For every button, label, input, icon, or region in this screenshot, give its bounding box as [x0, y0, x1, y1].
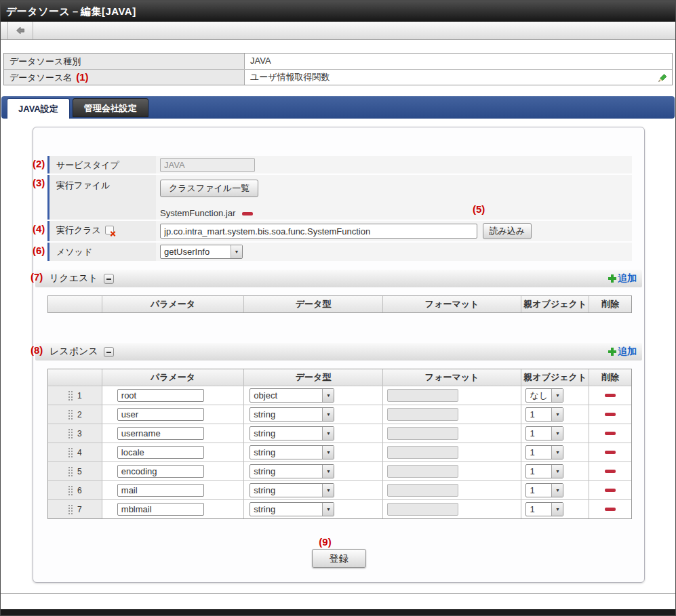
exec-class-input[interactable] [160, 224, 477, 239]
format-cell [383, 443, 522, 461]
table-row: 6 string▼ 1▼ [48, 480, 631, 499]
remove-file-minus-icon[interactable] [242, 212, 253, 215]
parent-select[interactable]: 1▼ [525, 426, 563, 440]
type-cell: string▼ [244, 424, 383, 443]
delete-minus-icon[interactable] [605, 489, 616, 492]
chevron-down-icon: ▼ [551, 427, 563, 440]
type-cell: object▼ [244, 386, 383, 405]
java-settings-panel: (2) サービスタイプ (3) 実行ファイル クラスファイル一覧 SystemF… [33, 127, 645, 583]
delete-minus-icon[interactable] [605, 413, 616, 416]
delete-minus-icon[interactable] [605, 432, 616, 435]
param-input[interactable] [117, 465, 204, 478]
request-table: パラメータ データ型 フォーマット 親オブジェクト 削除 [47, 295, 632, 313]
annotation-2: (2) [33, 158, 45, 169]
tab-java-settings[interactable]: JAVA設定 [7, 98, 70, 119]
datasource-name-value: ユーザ情報取得関数 [245, 70, 672, 85]
edit-pencil-icon[interactable] [656, 72, 668, 83]
response-add-link[interactable]: 追加 [608, 346, 637, 358]
attached-file-line: SystemFunction.jar [160, 208, 632, 222]
bottom-bar [1, 609, 675, 615]
type-select[interactable]: string▼ [250, 502, 334, 516]
response-table-body: 1 object▼ なし▼ 2 string▼ [48, 386, 631, 518]
param-input[interactable] [117, 484, 204, 497]
datasource-type-label: データソース種別 [4, 54, 245, 69]
datasource-info-table: データソース種別 JAVA データソース名(1) ユーザ情報取得関数 [3, 53, 673, 85]
format-cell [383, 462, 522, 480]
param-input[interactable] [117, 408, 204, 421]
page-title: データソース－編集[JAVA] [1, 1, 675, 22]
response-collapse-button[interactable] [104, 347, 114, 357]
load-button[interactable]: 読み込み [483, 223, 532, 239]
parent-select[interactable]: 1▼ [525, 502, 563, 516]
datasource-name-row: データソース名(1) ユーザ情報取得関数 [4, 69, 672, 85]
service-type-row: (2) サービスタイプ [47, 156, 632, 173]
parent-select[interactable]: 1▼ [525, 407, 563, 422]
delete-minus-icon[interactable] [605, 470, 616, 473]
type-select[interactable]: string▼ [250, 483, 334, 497]
exec-class-value-cell: 読み込み [156, 221, 632, 241]
type-select[interactable]: object▼ [250, 388, 334, 403]
delete-cell [589, 500, 631, 518]
exec-class-row: (4) (5) 実行クラス 読み込み [47, 221, 632, 241]
chevron-down-icon: ▼ [322, 465, 334, 478]
format-input-disabled [387, 389, 458, 402]
back-arrow-icon [15, 25, 26, 36]
type-cell: string▼ [244, 443, 383, 461]
parent-select[interactable]: 1▼ [525, 483, 563, 497]
request-section-title: リクエスト [49, 272, 98, 285]
type-select[interactable]: string▼ [250, 407, 334, 422]
register-button[interactable]: 登録 [312, 549, 366, 568]
delete-minus-icon[interactable] [605, 451, 616, 454]
param-input[interactable] [117, 446, 204, 459]
drag-handle-icon[interactable] [68, 390, 73, 401]
format-cell [383, 405, 522, 424]
parent-select[interactable]: 1▼ [525, 445, 563, 459]
annotation-6: (6) [33, 245, 45, 256]
row-handle-cell: 2 [48, 405, 102, 424]
row-handle-cell: 4 [48, 443, 102, 461]
back-button[interactable] [7, 22, 33, 39]
drag-handle-icon[interactable] [68, 466, 73, 476]
type-cell: string▼ [244, 462, 383, 480]
delete-cell [589, 462, 631, 480]
drag-handle-icon[interactable] [68, 485, 73, 495]
parent-select[interactable]: なし▼ [525, 388, 563, 403]
tab-company-settings[interactable]: 管理会社設定 [73, 98, 148, 117]
param-input[interactable] [117, 427, 204, 440]
request-collapse-button[interactable] [104, 274, 114, 284]
toolbar [1, 22, 675, 40]
row-number: 2 [77, 410, 82, 419]
drag-handle-icon[interactable] [68, 447, 73, 457]
exec-file-value-cell: クラスファイル一覧 SystemFunction.jar [156, 175, 632, 220]
type-select[interactable]: string▼ [250, 426, 334, 440]
delete-minus-icon[interactable] [605, 394, 616, 397]
delete-column-header: 削除 [589, 369, 631, 386]
row-number: 6 [77, 486, 82, 495]
plus-icon [608, 274, 616, 283]
row-number: 5 [77, 467, 82, 476]
response-table: パラメータ データ型 フォーマット 親オブジェクト 削除 1 object▼ な… [47, 369, 632, 519]
delete-minus-icon[interactable] [605, 508, 616, 511]
request-add-link[interactable]: 追加 [608, 272, 637, 285]
format-cell [383, 481, 522, 499]
annotation-8: (8) [31, 344, 43, 356]
drag-handle-icon[interactable] [68, 428, 73, 438]
param-input[interactable] [117, 503, 204, 516]
method-row: (6) メソッド getUserInfo▼ [47, 243, 632, 261]
chevron-down-icon: ▼ [231, 245, 242, 258]
drag-handle-icon[interactable] [68, 504, 73, 514]
drag-handle-icon[interactable] [68, 409, 73, 419]
type-select[interactable]: string▼ [250, 445, 334, 459]
format-input-disabled [387, 408, 458, 421]
method-select[interactable]: getUserInfo▼ [160, 245, 243, 259]
type-select[interactable]: string▼ [250, 464, 334, 478]
parent-select[interactable]: 1▼ [525, 464, 563, 478]
param-input[interactable] [117, 389, 204, 402]
annotation-5: (5) [473, 203, 485, 215]
class-file-list-button[interactable]: クラスファイル一覧 [160, 180, 258, 197]
form-fields: (2) サービスタイプ (3) 実行ファイル クラスファイル一覧 SystemF… [47, 156, 632, 261]
handle-column-header [48, 369, 102, 386]
parent-cell: 1▼ [521, 462, 589, 480]
datasource-name-label: データソース名(1) [4, 70, 245, 85]
delete-cell [589, 443, 631, 461]
